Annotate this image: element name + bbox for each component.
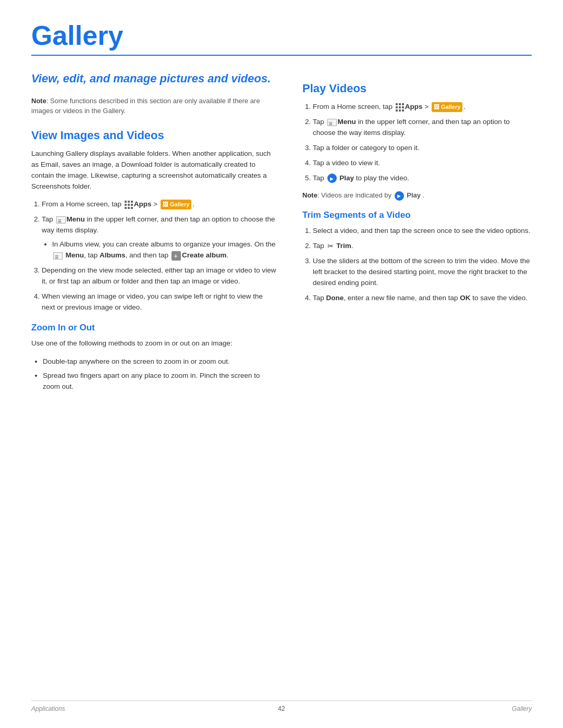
footer: Applications 42 Gallery <box>31 700 532 712</box>
zoom-bullet-1: Double-tap anywhere on the screen to zoo… <box>43 356 276 367</box>
subheading-zoom: Zoom In or Out <box>31 323 276 333</box>
trim-label: Trim <box>336 242 351 250</box>
done-label: Done <box>326 294 344 302</box>
apps-label-2: Apps <box>405 103 423 110</box>
menu-icon <box>56 216 66 224</box>
create-album-label: Create album <box>182 251 227 259</box>
menu-label-2: Menu <box>338 118 356 126</box>
step-1: From a Home screen, tap Apps > 🖼 Gallery… <box>42 199 276 210</box>
menu-label-inline: Menu <box>66 251 84 259</box>
step-4: When viewing an image or video, you can … <box>42 291 276 313</box>
header-rule <box>31 55 532 56</box>
gallery-icon-2: 🖼 Gallery <box>432 102 462 112</box>
albums-label: Albums <box>100 251 126 259</box>
trim-icon: ✂ <box>327 241 334 252</box>
page-title: Gallery <box>31 21 532 51</box>
play-icon <box>327 174 337 183</box>
zoom-bullet-2: Spread two fingers apart on any place to… <box>43 371 276 392</box>
subbullet-albums: In Albums view, you can create albums to… <box>52 239 276 261</box>
pv-step-1: From a Home screen, tap Apps > 🖼 Gallery… <box>313 102 532 113</box>
left-column: View, edit, and manage pictures and vide… <box>31 71 276 399</box>
two-column-layout: View, edit, and manage pictures and vide… <box>31 71 532 399</box>
apps-label: Apps <box>134 200 152 208</box>
menu-icon-inline <box>53 252 63 260</box>
step-2: Tap Menu in the upper left corner, and t… <box>42 214 276 261</box>
note-block: Note: Some functions described in this s… <box>31 96 276 116</box>
trim-step-4: Tap Done, enter a new file name, and the… <box>313 293 532 304</box>
ok-label: OK <box>460 294 470 302</box>
pv-step-4: Tap a video to view it. <box>313 158 532 169</box>
apps-icon <box>125 201 133 209</box>
right-column: Play Videos From a Home screen, tap Apps… <box>302 71 532 399</box>
play-label: Play <box>339 174 354 182</box>
zoom-bullets: Double-tap anywhere on the screen to zoo… <box>31 356 276 392</box>
pv-step-2: Tap Menu in the upper left corner, and t… <box>313 117 532 139</box>
section-heading-play-videos: Play Videos <box>302 82 532 95</box>
trim-step-1: Select a video, and then tap the screen … <box>313 226 532 237</box>
zoom-intro: Use one of the following methods to zoom… <box>31 338 276 349</box>
footer-center: 42 <box>278 705 285 712</box>
play-icon-note <box>395 191 404 201</box>
subheading-trim: Trim Segments of a Video <box>302 210 532 220</box>
view-images-intro: Launching Gallery displays available fol… <box>31 149 276 192</box>
create-album-icon <box>172 251 181 261</box>
menu-icon-2 <box>327 119 337 126</box>
pv-step-3: Tap a folder or category to open it. <box>313 143 532 154</box>
note-label: Note <box>31 97 46 105</box>
note-text: : Some functions described in this secti… <box>31 97 260 115</box>
tagline: View, edit, and manage pictures and vide… <box>31 71 276 87</box>
step-2-subbullets: In Albums view, you can create albums to… <box>42 239 276 261</box>
play-note-period: . <box>421 191 424 199</box>
play-note-label: Note <box>302 191 317 199</box>
trim-step-3: Use the sliders at the bottom of the scr… <box>313 256 532 289</box>
trim-step-2: Tap ✂ Trim. <box>313 241 532 252</box>
play-note-play: Play <box>405 191 421 199</box>
apps-icon-2 <box>396 103 404 112</box>
gallery-icon: 🖼 Gallery <box>161 200 191 209</box>
menu-label: Menu <box>67 215 85 223</box>
footer-left: Applications <box>31 705 65 712</box>
play-note: Note: Videos are indicated by Play . <box>302 191 532 201</box>
page: Gallery View, edit, and manage pictures … <box>0 0 563 728</box>
pv-step-5: Tap Play to play the video. <box>313 173 532 184</box>
view-images-steps: From a Home screen, tap Apps > 🖼 Gallery… <box>31 199 276 313</box>
play-note-text: : Videos are indicated by <box>317 191 394 199</box>
play-videos-steps: From a Home screen, tap Apps > 🖼 Gallery… <box>302 102 532 184</box>
step-3: Depending on the view mode selected, eit… <box>42 265 276 287</box>
trim-steps: Select a video, and then tap the screen … <box>302 226 532 304</box>
footer-right: Gallery <box>512 705 532 712</box>
section-heading-view-images: View Images and Videos <box>31 129 276 142</box>
